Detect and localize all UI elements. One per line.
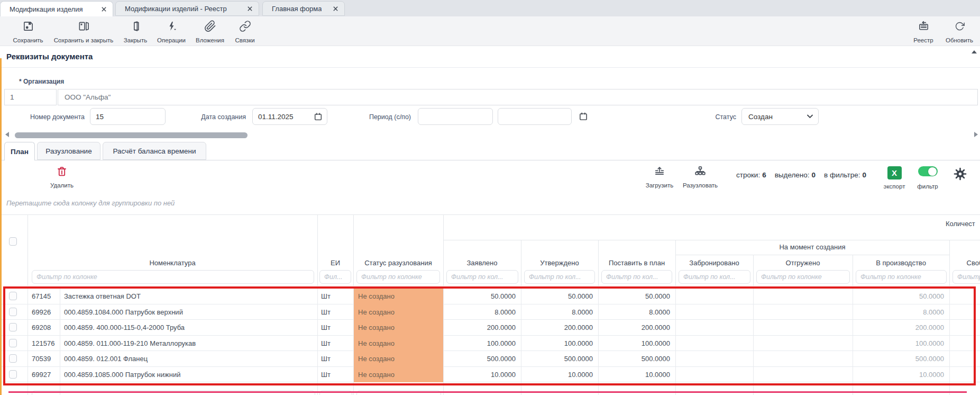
close-icon[interactable] <box>101 6 107 12</box>
column-to-plan[interactable]: Поставить в план <box>598 257 675 269</box>
table-rows: 67145Застежка ответная DOTШтНе создано50… <box>0 289 980 382</box>
save-and-close-button[interactable]: Сохранить и закрыть <box>52 20 115 43</box>
divider <box>853 289 853 395</box>
save-label: Сохранить <box>13 37 43 43</box>
filter-reserved[interactable] <box>679 270 750 284</box>
column-approved[interactable]: Утверждено <box>521 257 598 269</box>
tab-modification[interactable]: Модификация изделия <box>0 1 113 16</box>
filter-requested[interactable] <box>446 270 518 284</box>
scroll-right-icon[interactable] <box>974 132 978 137</box>
links-label: Связки <box>235 37 254 43</box>
period-from-input[interactable] <box>418 108 493 125</box>
scroll-up-icon[interactable] <box>972 50 977 53</box>
row-checkbox[interactable] <box>9 354 17 363</box>
tab-registry[interactable]: Модификации изделий - Реестр <box>115 1 259 16</box>
cell-to_plan: 100.0000 <box>598 336 670 351</box>
divider <box>598 240 599 286</box>
cell-id: 121576 <box>32 336 54 351</box>
column-nomenclature[interactable]: Номенклатура <box>28 257 317 269</box>
attachments-label: Вложения <box>196 37 224 43</box>
chain-link-icon <box>239 20 251 32</box>
row-checkbox[interactable] <box>9 308 17 316</box>
row-checkbox[interactable] <box>9 339 17 347</box>
registry-icon <box>918 20 930 32</box>
table-row[interactable]: 69927000.4859.1085.000 Патрубок нижнийШт… <box>0 367 980 383</box>
period-to-input[interactable] <box>498 108 572 125</box>
tab-unnesting[interactable]: Разузлование <box>37 142 100 160</box>
table-row[interactable]: 70539000.4859. 012.001 ФланецШтНе создан… <box>0 351 980 367</box>
filter-free[interactable] <box>952 270 980 284</box>
row-checkbox[interactable] <box>9 292 17 300</box>
column-requested[interactable]: Заявлено <box>443 257 521 269</box>
filter-approved[interactable] <box>524 270 595 284</box>
period-to-field[interactable] <box>498 109 571 124</box>
links-button[interactable]: Связки <box>232 20 258 43</box>
horizontal-scrollbar-thumb[interactable] <box>15 132 248 138</box>
delete-button[interactable]: Удалить <box>44 165 79 188</box>
filter-shipped[interactable] <box>756 270 850 284</box>
column-free[interactable]: Своб <box>949 257 980 269</box>
period-from-field[interactable] <box>418 109 492 124</box>
status-select[interactable]: Создан <box>741 108 819 125</box>
cell-name: 000.4859.1085.000 Патрубок нижний <box>64 367 180 382</box>
column-reserved[interactable]: Забронировано <box>675 257 753 269</box>
filter-toggle[interactable]: фильтр <box>913 166 942 190</box>
row-checkbox[interactable] <box>9 323 17 331</box>
table-row[interactable]: 121576000.4859. 011.000-119-210 Металлор… <box>0 336 980 352</box>
scroll-left-icon[interactable] <box>5 132 9 137</box>
toggle-on-icon[interactable] <box>918 166 938 176</box>
settings-button[interactable] <box>953 167 967 183</box>
export-button[interactable]: X экспорт <box>882 166 906 190</box>
tab-plan[interactable]: План <box>4 142 35 160</box>
operations-button[interactable]: Операции <box>154 20 188 43</box>
cell-name: Застежка ответная DOT <box>64 289 141 304</box>
table-header: Количест На момент создания Номенклатура… <box>0 214 980 286</box>
cell-status: Не создано <box>354 289 443 304</box>
registry-button[interactable]: Реестр <box>909 20 938 43</box>
section-title: Реквизиты документа <box>6 52 93 61</box>
filter-unit[interactable] <box>319 270 351 284</box>
load-button[interactable]: Загрузить <box>641 165 678 188</box>
tab-main-form[interactable]: Главная форма <box>262 1 345 16</box>
unnest-button[interactable]: Разузловать <box>679 165 721 188</box>
divider <box>28 289 28 395</box>
table-row[interactable]: 69926000.4859.1084.000 Патрубок верхнийШ… <box>0 304 980 320</box>
refresh-button[interactable]: Обновить <box>942 20 976 43</box>
group-by-hint: Перетащите сюда колонку для группировки … <box>6 199 175 207</box>
column-unit[interactable]: ЕИ <box>317 257 353 269</box>
cell-id: 69927 <box>32 367 51 382</box>
table-row[interactable]: 67145Застежка ответная DOTШтНе создано50… <box>0 289 980 304</box>
cell-requested: 500.0000 <box>443 351 516 366</box>
delete-label: Удалить <box>50 182 74 188</box>
column-shipped[interactable]: Отгружено <box>753 257 853 269</box>
divider <box>353 215 354 286</box>
cell-in_production: 100.0000 <box>853 336 944 351</box>
organization-name-field[interactable]: ООО "Альфа" <box>58 89 978 105</box>
status-value: Создан <box>742 113 807 121</box>
filter-status[interactable] <box>356 270 440 284</box>
document-number-input[interactable]: 15 <box>90 108 166 125</box>
filter-to-plan[interactable] <box>601 270 672 284</box>
table-row[interactable]: 69208000.4859. 400.000-115-0,4-2000 Труб… <box>0 320 980 336</box>
row-checkbox[interactable] <box>9 370 17 379</box>
cell-in_production: 10.0000 <box>853 367 944 382</box>
column-in-production[interactable]: В производство <box>853 257 949 269</box>
filter-nomenclature[interactable] <box>32 270 314 284</box>
select-all-checkbox[interactable] <box>9 237 17 246</box>
trash-icon <box>56 165 68 178</box>
cell-id: 67145 <box>32 289 51 304</box>
close-label: Закрыть <box>124 37 147 43</box>
calendar-icon[interactable] <box>579 112 588 123</box>
close-icon[interactable] <box>333 6 338 12</box>
filter-in-production[interactable] <box>856 270 947 284</box>
organization-code-field[interactable]: 1 <box>4 89 57 105</box>
save-button[interactable]: Сохранить <box>7 20 49 43</box>
tab-label: Модификация изделия <box>1 5 83 13</box>
creation-date-input[interactable]: 01.11.2025 <box>252 108 327 125</box>
refresh-icon <box>954 20 966 32</box>
attachments-button[interactable]: Вложения <box>191 20 228 43</box>
tab-time-balance[interactable]: Расчёт баланса времени <box>103 142 206 160</box>
column-status[interactable]: Статус разузлования <box>353 257 443 269</box>
close-button[interactable]: Закрыть <box>120 20 151 43</box>
close-icon[interactable] <box>247 6 253 12</box>
